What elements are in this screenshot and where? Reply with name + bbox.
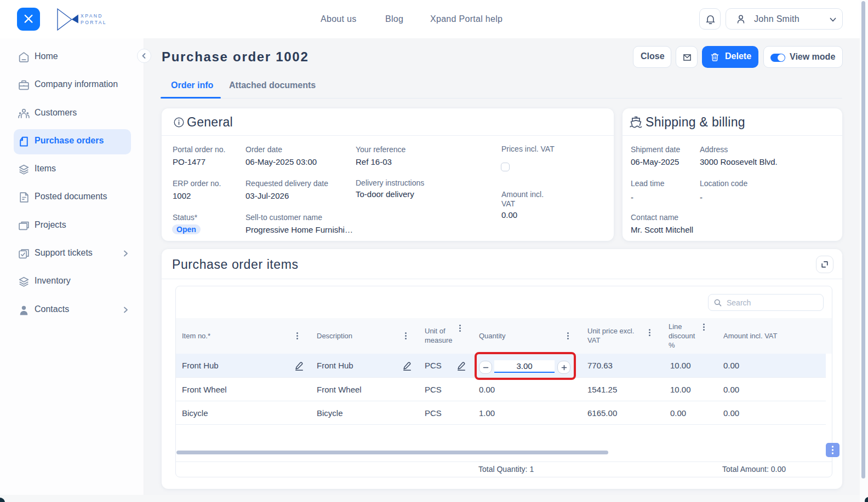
svg-text:PORTAL: PORTAL [81, 20, 107, 25]
svg-text:XPAND: XPAND [81, 13, 103, 19]
